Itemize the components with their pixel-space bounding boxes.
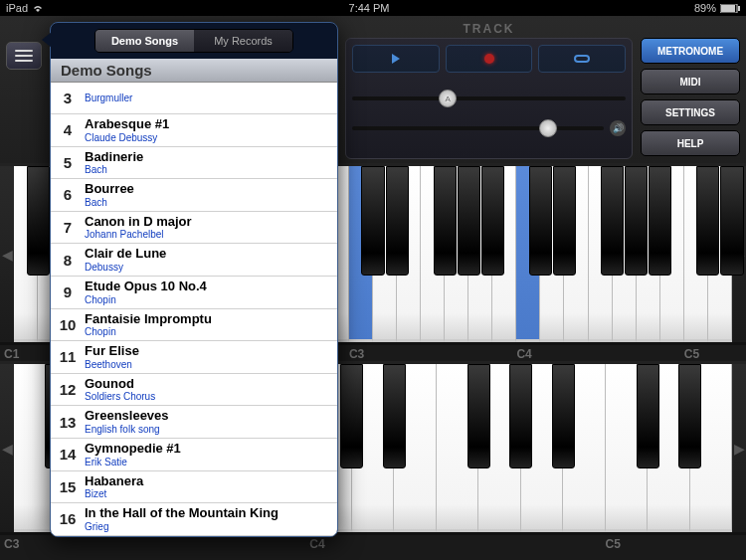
list-item-title: Clair de Lune (85, 246, 337, 262)
white-key[interactable] (589, 166, 613, 342)
white-key[interactable] (14, 166, 38, 342)
white-key[interactable] (394, 364, 436, 532)
white-key[interactable] (563, 364, 605, 532)
list-item[interactable]: 13GreensleevesEnglish folk song (51, 406, 337, 439)
track-slider-a[interactable]: A (352, 87, 626, 110)
white-key[interactable] (690, 364, 732, 532)
list-item-subtitle: Beethoven (85, 359, 337, 371)
list-item-subtitle: Soldiers Chorus (85, 391, 337, 403)
white-key[interactable] (492, 166, 516, 342)
list-item-number: 9 (51, 283, 85, 300)
list-item-title: In the Hall of the Mountain King (85, 505, 337, 521)
popover-tabs: Demo Songs My Records (94, 29, 293, 53)
list-item-number: 7 (51, 219, 85, 236)
play-icon (392, 54, 400, 64)
list-item[interactable]: 7Canon in D majorJohann Pachelbel (51, 212, 337, 245)
octave-label: C4 (309, 537, 324, 551)
battery-icon (720, 4, 740, 13)
list-item[interactable]: 4Arabesque #1Claude Debussy (51, 114, 337, 147)
list-item[interactable]: 16In the Hall of the Mountain KingGrieg (51, 503, 337, 536)
kb-bottom-nav-left[interactable]: ◀ (0, 364, 14, 532)
white-key[interactable] (637, 166, 660, 342)
white-key[interactable] (521, 364, 563, 532)
list-item-subtitle: Grieg (85, 521, 337, 533)
play-button[interactable] (352, 45, 440, 73)
list-item-title: Etude Opus 10 No.4 (85, 279, 337, 294)
white-key[interactable] (445, 166, 468, 342)
white-key[interactable] (397, 166, 421, 342)
midi-button[interactable]: MIDI (641, 69, 740, 94)
list-item[interactable]: 11Fur EliseBeethoven (51, 341, 337, 374)
white-key[interactable] (373, 166, 397, 342)
list-item-title: Habanera (85, 473, 337, 489)
list-item[interactable]: 5BadinerieBach (51, 147, 337, 180)
list-item-number: 14 (51, 446, 85, 463)
list-item[interactable]: 14Gymnopedie #1Erik Satie (51, 439, 337, 471)
list-item-title: Fantaisie Impromptu (85, 311, 337, 327)
list-item[interactable]: 3Burgmuller (51, 83, 337, 114)
white-key[interactable] (421, 166, 445, 342)
svg-rect-1 (721, 5, 735, 12)
white-key[interactable] (516, 166, 540, 342)
list-item-subtitle: Debussy (85, 262, 337, 274)
record-icon (484, 54, 494, 64)
list-item[interactable]: 8Clair de LuneDebussy (51, 244, 337, 277)
list-item-subtitle: Erik Satie (85, 457, 337, 468)
list-item[interactable]: 15HabaneraBizet (51, 471, 337, 504)
white-key[interactable] (660, 166, 684, 342)
white-key[interactable] (613, 166, 637, 342)
list-item-title: Gounod (85, 376, 337, 392)
clock: 7:44 PM (349, 2, 390, 14)
right-button-column: METRONOME MIDI SETTINGS HELP (641, 20, 740, 159)
track-volume-slider[interactable]: 🔊 (352, 116, 626, 140)
help-button[interactable]: HELP (641, 130, 740, 156)
white-key[interactable] (478, 364, 520, 532)
list-item[interactable]: 10Fantaisie ImpromptuChopin (51, 309, 337, 342)
tab-my-records[interactable]: My Records (194, 30, 292, 52)
octave-label: C5 (684, 347, 699, 361)
white-key[interactable] (708, 166, 732, 342)
list-item[interactable]: 6BourreeBach (51, 179, 337, 212)
white-key[interactable] (437, 364, 478, 532)
list-item-subtitle: Bizet (85, 488, 337, 500)
kb-bottom-nav-right[interactable]: ▶ (732, 364, 746, 532)
record-button[interactable] (446, 45, 533, 73)
list-item-number: 6 (51, 186, 85, 203)
list-item[interactable]: 12GounodSoldiers Chorus (51, 374, 337, 407)
octave-label: C3 (349, 347, 364, 361)
white-key[interactable] (606, 364, 648, 532)
white-key[interactable] (648, 364, 689, 532)
tab-demo-songs[interactable]: Demo Songs (95, 30, 194, 52)
list-item-number: 12 (51, 381, 85, 398)
list-item-title: Arabesque #1 (85, 116, 337, 132)
list-item-number: 5 (51, 154, 85, 171)
white-key[interactable] (564, 166, 588, 342)
list-item-number: 15 (51, 478, 85, 495)
white-key[interactable] (349, 166, 373, 342)
loop-button[interactable] (538, 45, 626, 73)
white-key[interactable] (468, 166, 492, 342)
list-item-number: 8 (51, 252, 85, 269)
list-item-title: Gymnopedie #1 (85, 441, 337, 457)
list-item-number: 16 (51, 510, 85, 527)
white-key[interactable] (684, 166, 708, 342)
list-item-title: Canon in D major (85, 214, 337, 230)
white-key[interactable] (352, 364, 394, 532)
settings-button[interactable]: SETTINGS (641, 99, 740, 125)
list-item-title: Bourree (85, 181, 337, 197)
list-item-subtitle: Bach (85, 197, 337, 209)
menu-button[interactable] (6, 42, 42, 70)
list-item-number: 11 (51, 348, 85, 365)
octave-label: C4 (516, 347, 531, 361)
song-list[interactable]: 3Burgmuller4Arabesque #1Claude Debussy5B… (51, 83, 337, 536)
kb-top-nav-left[interactable]: ◀ (0, 166, 14, 342)
kb-top-nav-right[interactable]: ▶ (732, 166, 746, 342)
list-item-subtitle: Chopin (85, 294, 337, 306)
list-item-number: 3 (51, 90, 85, 106)
list-item[interactable]: 9Etude Opus 10 No.4Chopin (51, 277, 337, 309)
list-item-title: Greensleeves (85, 408, 337, 424)
octave-label: C1 (4, 347, 19, 361)
metronome-button[interactable]: METRONOME (641, 38, 740, 64)
white-key[interactable] (540, 166, 564, 342)
list-section-header: Demo Songs (51, 59, 337, 83)
